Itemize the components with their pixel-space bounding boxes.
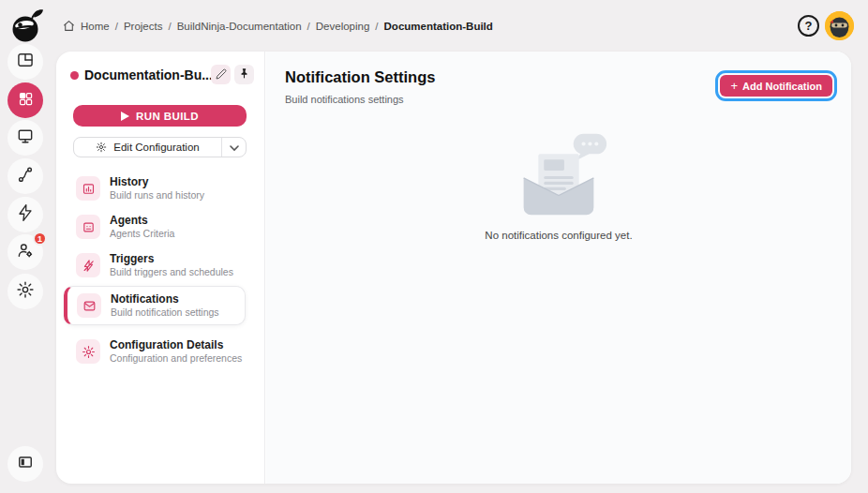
home-icon — [63, 20, 75, 32]
play-icon — [121, 112, 129, 121]
users-notification-badge: 1 — [33, 232, 47, 246]
run-build-button[interactable]: RUN BUILD — [73, 105, 247, 127]
buildninja-logo-icon[interactable] — [7, 6, 47, 45]
breadcrumb-current: Documentation-Build — [384, 21, 493, 32]
sidebar-item-triggers[interactable]: Triggers Build triggers and schedules — [64, 246, 246, 284]
sidebar-item-configuration-details[interactable]: Configuration Details Configuration and … — [64, 333, 246, 370]
chevron-down-icon — [230, 139, 239, 156]
menu-item-desc: Build triggers and schedules — [110, 266, 233, 278]
rail-item-users[interactable]: 1 — [7, 234, 43, 270]
breadcrumb-separator: / — [168, 21, 171, 32]
build-config-title: Documentation-Bu... — [84, 67, 213, 82]
rail-item-dashboard[interactable] — [7, 44, 43, 80]
menu-item-label: Triggers — [110, 252, 233, 266]
sidebar-panel-icon — [16, 453, 35, 475]
menu-item-label: Configuration Details — [110, 338, 242, 352]
breadcrumb-projects[interactable]: Projects — [124, 21, 163, 32]
apps-grid-icon — [17, 90, 35, 112]
trigger-bolt-icon — [76, 253, 100, 277]
user-gear-icon — [16, 241, 35, 263]
breadcrumb-separator: / — [307, 21, 310, 32]
rail-item-pipelines[interactable] — [7, 158, 43, 194]
edit-configuration-button[interactable]: Edit Configuration — [73, 137, 247, 157]
empty-state: No notifications configured yet. — [266, 129, 851, 241]
user-avatar[interactable] — [825, 11, 854, 40]
empty-state-text: No notifications configured yet. — [485, 230, 632, 241]
breadcrumb-subproject[interactable]: Developing — [316, 21, 370, 32]
add-notification-button[interactable]: + Add Notification — [720, 75, 832, 97]
rail-item-actions[interactable] — [7, 197, 43, 232]
agent-face-icon — [76, 215, 100, 239]
pin-icon — [238, 67, 250, 83]
menu-item-desc: Configuration and preferences — [110, 352, 242, 365]
menu-item-desc: Agents Criteria — [110, 228, 174, 240]
sidebar-item-notifications[interactable]: Notifications Build notification setting… — [64, 286, 246, 325]
gear-pink-icon — [76, 339, 100, 364]
page-subtitle: Build notifications settings — [285, 94, 404, 105]
monitor-icon — [16, 127, 35, 149]
empty-inbox-illustration — [503, 129, 614, 221]
pencil-icon — [216, 67, 227, 83]
edit-configuration-label: Edit Configuration — [113, 142, 199, 153]
dashboard-icon — [16, 51, 35, 73]
add-notification-label: Add Notification — [742, 81, 822, 92]
run-build-label: RUN BUILD — [136, 111, 199, 122]
menu-item-label: Agents — [110, 214, 174, 228]
question-mark-icon: ? — [805, 19, 813, 33]
sidebar-item-history[interactable]: History Build runs and history — [64, 170, 246, 207]
help-button[interactable]: ? — [798, 15, 819, 37]
rail-item-projects[interactable] — [7, 82, 43, 118]
rail-item-settings[interactable] — [7, 274, 43, 309]
breadcrumb-separator: / — [115, 21, 118, 32]
sidebar-item-agents[interactable]: Agents Agents Criteria — [64, 208, 246, 246]
history-chart-icon — [76, 176, 100, 201]
breadcrumb: Home / Projects / BuildNinja-Documentati… — [63, 0, 493, 52]
build-config-sidebar: Documentation-Bu... RUN BUILD — [56, 52, 265, 484]
page-title: Notification Settings — [285, 68, 435, 86]
content-card: Documentation-Bu... RUN BUILD — [56, 52, 851, 484]
breadcrumb-separator: / — [375, 21, 378, 32]
gear-icon — [16, 280, 35, 303]
rail-item-agents-pool[interactable] — [7, 120, 43, 156]
menu-item-label: Notifications — [111, 292, 219, 306]
edit-name-button[interactable] — [211, 65, 231, 84]
rail-item-collapse-sidebar[interactable] — [7, 446, 43, 482]
breadcrumb-home[interactable]: Home — [81, 21, 110, 32]
breadcrumb-project[interactable]: BuildNinja-Documentation — [177, 21, 302, 32]
plus-icon: + — [730, 79, 738, 93]
envelope-icon — [77, 293, 101, 318]
menu-item-desc: Build notification settings — [111, 306, 219, 319]
notification-settings-panel: Notification Settings Build notification… — [266, 52, 851, 484]
edit-configuration-dropdown-toggle[interactable] — [221, 138, 246, 157]
route-branch-icon — [16, 165, 35, 187]
menu-item-label: History — [110, 175, 204, 189]
lightning-icon — [16, 203, 35, 226]
gear-small-icon — [96, 142, 107, 153]
app-window: Home / Projects / BuildNinja-Documentati… — [0, 0, 868, 493]
menu-item-desc: Build runs and history — [110, 189, 204, 202]
pin-button[interactable] — [234, 65, 254, 84]
status-dot — [70, 71, 79, 80]
